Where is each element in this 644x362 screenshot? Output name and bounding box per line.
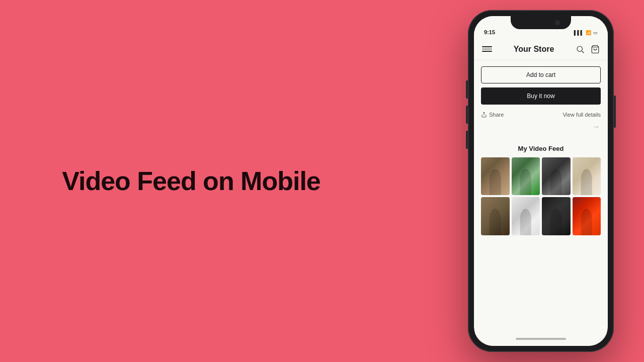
wifi-icon: 📶 xyxy=(586,30,591,35)
notch-camera xyxy=(555,20,560,25)
hamburger-menu-icon[interactable] xyxy=(482,44,492,54)
feed-title: My Video Feed xyxy=(481,145,601,152)
phone-shell: 9:15 ▌▌▌ 📶 ▭ Your Store xyxy=(468,10,614,352)
home-indicator xyxy=(474,332,608,346)
product-actions: Add to cart Buy it now Share View full d… xyxy=(474,60,608,141)
video-thumb-3[interactable] xyxy=(542,157,571,195)
phone-mockup: 9:15 ▌▌▌ 📶 ▭ Your Store xyxy=(468,10,614,352)
status-bar: 9:15 ▌▌▌ 📶 ▭ xyxy=(474,16,608,38)
store-title: Your Store xyxy=(514,45,554,54)
notch xyxy=(511,16,571,29)
status-time: 9:15 xyxy=(484,29,495,35)
signal-icon: ▌▌▌ xyxy=(574,30,584,35)
video-thumb-1[interactable] xyxy=(481,157,510,195)
arrow-right-icon: → xyxy=(481,123,601,131)
status-icons: ▌▌▌ 📶 ▭ xyxy=(574,30,598,35)
video-grid xyxy=(481,157,601,235)
page-headline: Video Feed on Mobile xyxy=(62,166,320,196)
video-feed-section: My Video Feed xyxy=(474,141,608,242)
phone-screen: 9:15 ▌▌▌ 📶 ▭ Your Store xyxy=(474,16,608,346)
video-thumb-6[interactable] xyxy=(512,197,540,235)
video-thumb-5[interactable] xyxy=(481,197,510,235)
action-row: Share View full details xyxy=(481,110,601,123)
share-button[interactable]: Share xyxy=(481,112,504,118)
nav-bar: Your Store xyxy=(474,38,608,60)
nav-right-icons xyxy=(576,45,600,54)
phone-content: Add to cart Buy it now Share View full d… xyxy=(474,60,608,332)
cart-icon[interactable] xyxy=(591,45,600,54)
video-thumb-8[interactable] xyxy=(573,197,601,235)
search-icon[interactable] xyxy=(576,45,585,54)
video-thumb-4[interactable] xyxy=(573,157,601,195)
left-section: Video Feed on Mobile xyxy=(0,0,382,362)
video-thumb-2[interactable] xyxy=(512,157,540,195)
video-thumb-7[interactable] xyxy=(542,197,571,235)
view-full-details-link[interactable]: View full details xyxy=(562,112,601,118)
share-label: Share xyxy=(489,112,504,118)
battery-icon: ▭ xyxy=(593,30,598,35)
buy-now-button[interactable]: Buy it now xyxy=(481,87,601,105)
add-to-cart-button[interactable]: Add to cart xyxy=(481,66,601,83)
svg-line-1 xyxy=(582,51,584,53)
home-bar xyxy=(516,338,566,340)
svg-point-0 xyxy=(577,46,583,52)
